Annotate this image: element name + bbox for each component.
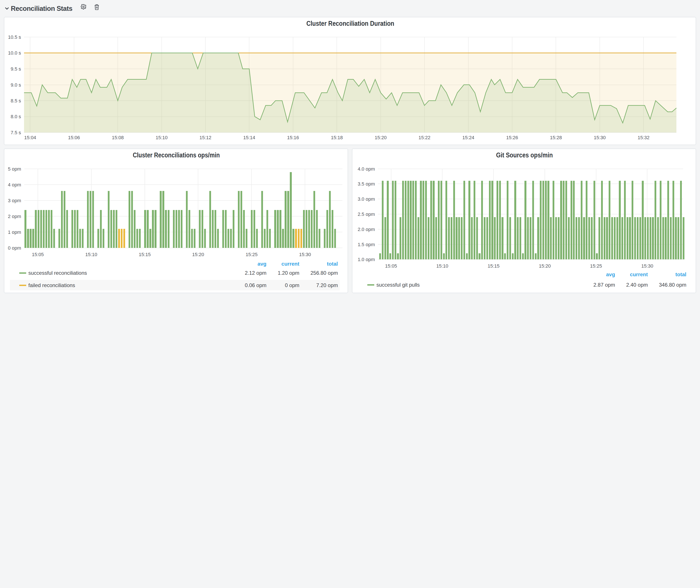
svg-text:Git Sources ops/min: Git Sources ops/min bbox=[496, 151, 553, 159]
svg-text:1.0 opm: 1.0 opm bbox=[358, 257, 375, 262]
svg-text:15:20: 15:20 bbox=[375, 135, 387, 140]
svg-text:avg: avg bbox=[606, 271, 615, 277]
svg-text:2.0 opm: 2.0 opm bbox=[358, 227, 375, 232]
svg-text:3.5 opm: 3.5 opm bbox=[358, 181, 375, 187]
svg-text:15:10: 15:10 bbox=[156, 135, 168, 140]
svg-text:4 opm: 4 opm bbox=[8, 182, 21, 187]
svg-text:346.80 opm: 346.80 opm bbox=[659, 282, 686, 288]
svg-text:3 opm: 3 opm bbox=[8, 198, 21, 203]
svg-text:15:18: 15:18 bbox=[331, 135, 343, 140]
svg-text:failed reconciliations: failed reconciliations bbox=[28, 282, 75, 288]
svg-text:9.5 s: 9.5 s bbox=[11, 66, 21, 72]
svg-text:current: current bbox=[281, 261, 299, 267]
svg-text:1.5 opm: 1.5 opm bbox=[358, 242, 375, 247]
svg-text:15:32: 15:32 bbox=[638, 135, 650, 140]
svg-text:15:10: 15:10 bbox=[436, 263, 448, 269]
svg-text:0 opm: 0 opm bbox=[285, 282, 299, 288]
svg-text:15:10: 15:10 bbox=[85, 252, 97, 257]
svg-text:15:04: 15:04 bbox=[24, 135, 36, 140]
svg-text:1 opm: 1 opm bbox=[8, 229, 21, 235]
svg-text:15:24: 15:24 bbox=[462, 135, 474, 140]
svg-text:15:25: 15:25 bbox=[246, 252, 258, 257]
svg-text:8.5 s: 8.5 s bbox=[11, 98, 21, 103]
svg-text:15:30: 15:30 bbox=[594, 135, 606, 140]
svg-text:2.12 opm: 2.12 opm bbox=[245, 270, 266, 276]
svg-text:total: total bbox=[675, 271, 686, 277]
svg-text:Cluster Reconciliations ops/mi: Cluster Reconciliations ops/min bbox=[133, 151, 220, 159]
svg-text:15:15: 15:15 bbox=[487, 263, 499, 269]
svg-text:256.80 opm: 256.80 opm bbox=[310, 270, 338, 276]
svg-text:15:16: 15:16 bbox=[287, 135, 299, 140]
svg-text:5 opm: 5 opm bbox=[8, 166, 21, 172]
svg-text:4.0 opm: 4.0 opm bbox=[358, 166, 375, 172]
svg-text:total: total bbox=[327, 261, 338, 267]
svg-text:15:20: 15:20 bbox=[539, 263, 550, 269]
svg-text:2 opm: 2 opm bbox=[8, 214, 21, 219]
svg-text:15:28: 15:28 bbox=[550, 135, 562, 140]
svg-text:15:20: 15:20 bbox=[192, 252, 204, 257]
svg-text:0 opm: 0 opm bbox=[8, 245, 21, 251]
svg-text:15:05: 15:05 bbox=[385, 263, 397, 269]
svg-text:15:08: 15:08 bbox=[112, 135, 124, 140]
svg-text:15:30: 15:30 bbox=[299, 252, 311, 257]
svg-text:15:26: 15:26 bbox=[506, 135, 518, 140]
svg-text:15:06: 15:06 bbox=[68, 135, 80, 140]
svg-text:10.5 s: 10.5 s bbox=[8, 34, 21, 40]
svg-text:2.40 opm: 2.40 opm bbox=[626, 282, 648, 288]
svg-text:7.20 opm: 7.20 opm bbox=[316, 282, 338, 288]
svg-text:8.0 s: 8.0 s bbox=[11, 114, 21, 119]
svg-text:15:14: 15:14 bbox=[243, 135, 255, 140]
svg-text:1.20 opm: 1.20 opm bbox=[278, 270, 299, 276]
svg-text:10.0 s: 10.0 s bbox=[8, 50, 21, 56]
svg-text:7.5 s: 7.5 s bbox=[11, 130, 21, 135]
svg-text:15:05: 15:05 bbox=[32, 252, 44, 257]
svg-text:0.06 opm: 0.06 opm bbox=[245, 282, 266, 288]
svg-text:avg: avg bbox=[258, 261, 266, 267]
svg-text:2.5 opm: 2.5 opm bbox=[358, 212, 375, 217]
svg-text:3.0 opm: 3.0 opm bbox=[358, 196, 375, 202]
svg-text:successful reconciliations: successful reconciliations bbox=[28, 270, 87, 276]
svg-text:9.0 s: 9.0 s bbox=[11, 82, 21, 88]
svg-text:Cluster Reconciliation Duratio: Cluster Reconciliation Duration bbox=[306, 20, 394, 27]
svg-text:15:22: 15:22 bbox=[418, 135, 430, 140]
svg-text:15:30: 15:30 bbox=[641, 263, 653, 269]
svg-text:15:12: 15:12 bbox=[199, 135, 211, 140]
svg-text:2.87 opm: 2.87 opm bbox=[593, 282, 615, 288]
svg-text:current: current bbox=[630, 271, 648, 277]
svg-text:15:25: 15:25 bbox=[590, 263, 602, 269]
svg-text:15:15: 15:15 bbox=[139, 252, 151, 257]
svg-text:successful git pulls: successful git pulls bbox=[376, 282, 419, 288]
